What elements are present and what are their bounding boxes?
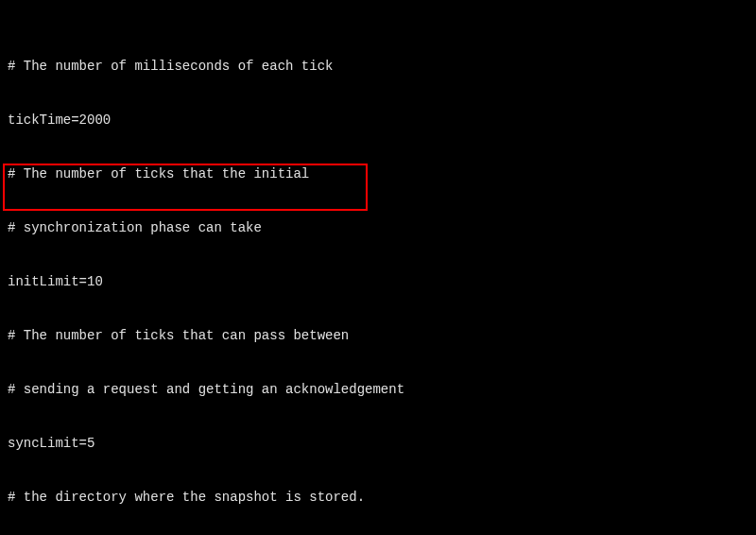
config-line: # The number of milliseconds of each tic…	[8, 58, 748, 76]
terminal-editor[interactable]: # The number of milliseconds of each tic…	[0, 0, 756, 535]
config-line: # the directory where the snapshot is st…	[8, 489, 748, 507]
config-line: # The number of ticks that can pass betw…	[8, 327, 748, 345]
config-line: tickTime=2000	[8, 112, 748, 129]
config-line: initLimit=10	[8, 273, 748, 291]
config-line: syncLimit=5	[8, 435, 748, 453]
config-line: # sending a request and getting an ackno…	[8, 381, 748, 399]
config-line: # The number of ticks that the initial	[8, 165, 748, 183]
config-line: # synchronization phase can take	[8, 219, 748, 237]
